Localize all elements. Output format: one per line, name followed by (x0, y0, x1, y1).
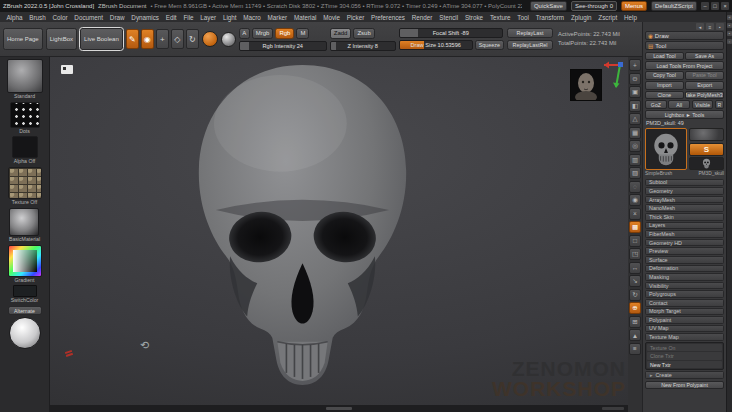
tool-section-bar[interactable]: Layers (645, 222, 724, 230)
tool-palette-header[interactable]: ▤ Tool (645, 41, 724, 50)
floor-grid-icon[interactable]: ▦ (629, 127, 641, 139)
frame-icon[interactable]: ⊞ (629, 316, 641, 328)
local-transform-icon[interactable]: ◎ (629, 140, 641, 152)
menu-item[interactable]: Help (621, 14, 641, 21)
uv-check-icon[interactable]: □ (629, 235, 641, 247)
rgb-button[interactable]: Rgb (275, 28, 294, 39)
rotate-mode-button[interactable]: ↻ (186, 29, 199, 49)
menu-item[interactable]: Light (220, 14, 240, 21)
export-button[interactable]: Export (685, 81, 724, 90)
tool-section-bar[interactable]: UV Map (645, 325, 724, 333)
tool-section-bar[interactable]: Geometry (645, 187, 724, 195)
texture-selector[interactable] (8, 167, 42, 199)
menu-item[interactable]: Brush (26, 14, 49, 21)
menu-item[interactable]: File (180, 14, 197, 21)
tray-dot-icon[interactable]: ▪ (727, 23, 732, 28)
minimize-icon[interactable]: – (701, 2, 709, 10)
aa-half-icon[interactable]: ◧ (629, 100, 641, 112)
brush-circle-icon[interactable] (202, 31, 218, 47)
actual-size-icon[interactable]: ▣ (629, 86, 641, 98)
see-through-slider[interactable]: See-through 0 (571, 1, 617, 11)
menu-item[interactable]: Tool (514, 14, 532, 21)
menu-item[interactable]: Texture (486, 14, 513, 21)
make-polymesh3d-button[interactable]: Make PolyMesh3D (685, 91, 724, 100)
new-from-polypaint-button[interactable]: New From Polypaint (645, 381, 724, 390)
menu-item[interactable]: Edit (162, 14, 180, 21)
gradient-circle-icon[interactable] (221, 32, 236, 47)
anchor-button[interactable]: A (239, 28, 250, 39)
menu-item[interactable]: Preferences (368, 14, 409, 21)
tray-collapse-icon[interactable]: « (727, 15, 732, 20)
load-tool-button[interactable]: Load Tool (645, 52, 684, 61)
default-zscript-button[interactable]: DefaultZScript (651, 1, 697, 11)
menu-item[interactable]: Dynamics (128, 14, 162, 21)
main-color-swatch[interactable] (13, 285, 37, 297)
menu-item[interactable]: Stroke (462, 14, 487, 21)
menu-item[interactable]: Transform (532, 14, 567, 21)
tray-dot2-icon[interactable]: ▪ (727, 31, 732, 36)
z-intensity-slider[interactable]: Z Intensity 8 (330, 41, 396, 51)
menu-item[interactable]: Render (408, 14, 435, 21)
active-tool-thumbnail[interactable] (645, 128, 687, 170)
color-picker-inner[interactable] (13, 250, 37, 272)
secondary-material-sphere[interactable] (9, 317, 41, 349)
draw-palette-header[interactable]: ◉ Draw (645, 31, 724, 40)
rotate-tool-icon[interactable]: ↻ (629, 289, 641, 301)
alpha-selector[interactable] (12, 136, 38, 158)
material-selector[interactable] (9, 208, 39, 236)
menu-item[interactable]: Document (71, 14, 106, 21)
save-as-button[interactable]: Save As (685, 52, 724, 61)
menu-item[interactable]: Stencil (436, 14, 462, 21)
menu-item[interactable]: Macro (240, 14, 264, 21)
goz-visible-button[interactable]: Visible (692, 100, 714, 109)
m-button[interactable]: M (296, 28, 309, 39)
texture-menu-item[interactable]: Clone Txtr (647, 352, 722, 359)
panel-menu-icon[interactable]: ≡ (706, 23, 714, 30)
menu-item[interactable]: Color (49, 14, 71, 21)
move-mode-button[interactable]: + (156, 29, 169, 49)
mrgb-button[interactable]: Mrgb (252, 28, 274, 39)
texture-menu-item[interactable]: Texture On (647, 344, 722, 351)
rgb-intensity-slider[interactable]: Rgb Intensity 24 (239, 41, 327, 51)
panel-dot-icon[interactable]: ▪ (716, 23, 724, 30)
tool-section-bar[interactable]: Contact (645, 299, 724, 307)
bottom-scroll-grip[interactable] (326, 407, 352, 410)
bottom-scrollbar[interactable] (602, 407, 624, 410)
menu-item[interactable]: Material (291, 14, 320, 21)
tool-section-bar[interactable]: Masking (645, 273, 724, 281)
paste-tool-button[interactable]: Paste Tool (685, 71, 724, 80)
menu-item[interactable]: Layer (197, 14, 220, 21)
tool-section-bar[interactable]: Visibility (645, 282, 724, 290)
clone-button[interactable]: Clone (645, 91, 684, 100)
menus-button[interactable]: Menus (621, 1, 647, 11)
tool-section-bar[interactable]: Polypaint (645, 316, 724, 324)
tool-thumb-simplebrush[interactable]: S (689, 143, 724, 156)
load-tools-from-project-button[interactable]: Load Tools From Project (645, 61, 724, 70)
goz-button[interactable]: GoZ (645, 100, 667, 109)
zoom-icon[interactable]: ⊙ (629, 73, 641, 85)
draw-mode-button[interactable]: ◉ (141, 29, 154, 49)
alternate-button[interactable]: Alternate (8, 306, 42, 315)
home-page-button[interactable]: Home Page (3, 28, 43, 50)
tool-section-bar[interactable]: Texture Map (645, 333, 724, 341)
zsub-button[interactable]: Zsub (353, 28, 374, 39)
menu-item[interactable]: Movie (320, 14, 344, 21)
zadd-button[interactable]: Zadd (330, 28, 352, 39)
tool-section-bar[interactable]: Surface (645, 256, 724, 264)
tool-section-bar[interactable]: Polygroups (645, 290, 724, 298)
move-tool-icon[interactable]: ↔ (629, 262, 641, 274)
stroke-selector[interactable] (10, 102, 40, 128)
focal-shift-slider[interactable]: Focal Shift -89 (399, 28, 503, 38)
edit-mode-button[interactable]: ✎ (126, 29, 139, 49)
ghost-icon[interactable]: ◌ (629, 181, 641, 193)
tool-section-bar[interactable]: Geometry HD (645, 239, 724, 247)
tool-section-bar[interactable]: Morph Target (645, 308, 724, 316)
tool-section-bar[interactable]: Thick Skin (645, 213, 724, 221)
tool-thumb-sphere[interactable] (689, 128, 724, 141)
menu-item[interactable]: Picker (343, 14, 367, 21)
canvas-bottom-bar[interactable] (50, 405, 628, 412)
transparency-icon[interactable]: ▨ (629, 167, 641, 179)
polypaint-colorize-icon[interactable]: ▩ (629, 221, 641, 233)
quicksave-button[interactable]: QuickSave (530, 1, 567, 11)
xpose-icon[interactable]: × (629, 208, 641, 220)
